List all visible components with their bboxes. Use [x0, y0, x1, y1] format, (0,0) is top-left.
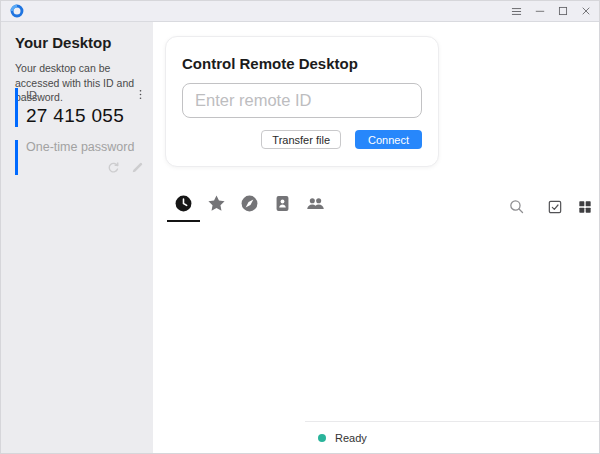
clock-icon [174, 194, 193, 217]
hamburger-menu-icon[interactable] [505, 1, 528, 21]
status-bar: Ready [305, 421, 599, 453]
rustdesk-window: Your Desktop Your desktop can be accesse… [0, 0, 600, 454]
title-bar [1, 1, 599, 22]
password-section: One-time password [15, 140, 147, 175]
tab-address-book[interactable] [266, 194, 299, 222]
rustdesk-logo-icon [10, 4, 24, 18]
desktop-id-value: 27 415 055 [26, 105, 147, 127]
sidebar: Your Desktop Your desktop can be accesse… [1, 22, 153, 453]
pencil-icon[interactable] [130, 160, 145, 175]
transfer-file-button[interactable]: Transfer file [261, 130, 341, 149]
session-tabs [167, 194, 332, 222]
tab-group[interactable] [299, 194, 332, 222]
search-icon[interactable] [508, 198, 525, 215]
tab-favorites[interactable] [200, 194, 233, 222]
card-title: Control Remote Desktop [182, 55, 422, 72]
connect-button[interactable]: Connect [355, 130, 422, 149]
maximize-icon[interactable] [551, 1, 574, 21]
one-time-password-label: One-time password [26, 140, 147, 154]
address-book-icon [273, 194, 292, 217]
window-controls [505, 1, 597, 21]
group-icon [305, 194, 326, 217]
id-section: ID 27 415 055 [15, 88, 147, 127]
id-label: ID [26, 89, 37, 101]
grid-view-icon[interactable] [577, 199, 593, 215]
remote-id-input[interactable] [182, 83, 422, 118]
sidebar-title: Your Desktop [15, 34, 111, 51]
star-icon [207, 194, 226, 217]
tab-discovered[interactable] [233, 194, 266, 222]
main-area: Control Remote Desktop Transfer file Con… [153, 22, 599, 453]
session-toolbar [508, 198, 593, 215]
kebab-menu-icon[interactable] [134, 88, 147, 101]
refresh-icon[interactable] [106, 160, 121, 175]
control-remote-desktop-card: Control Remote Desktop Transfer file Con… [165, 36, 439, 167]
compass-icon [240, 194, 259, 217]
close-icon[interactable] [574, 1, 597, 21]
status-dot [318, 434, 326, 442]
tab-recent-sessions[interactable] [167, 194, 200, 222]
minimize-icon[interactable] [528, 1, 551, 21]
status-text: Ready [335, 432, 367, 444]
checkbox-icon[interactable] [547, 199, 563, 215]
